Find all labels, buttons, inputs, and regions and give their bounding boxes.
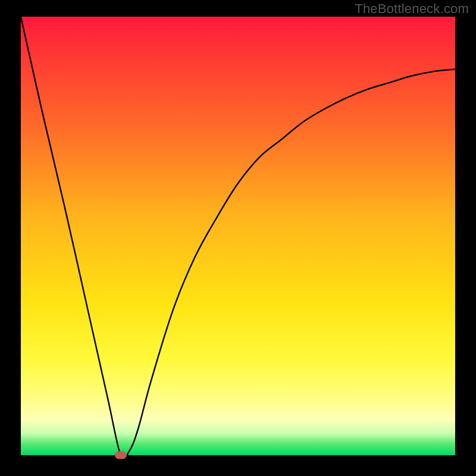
- plot-area: [21, 17, 455, 455]
- curve-layer: [21, 17, 455, 455]
- bottleneck-curve: [21, 17, 455, 455]
- minimum-marker: [115, 452, 127, 459]
- watermark-text: TheBottleneck.com: [355, 1, 469, 17]
